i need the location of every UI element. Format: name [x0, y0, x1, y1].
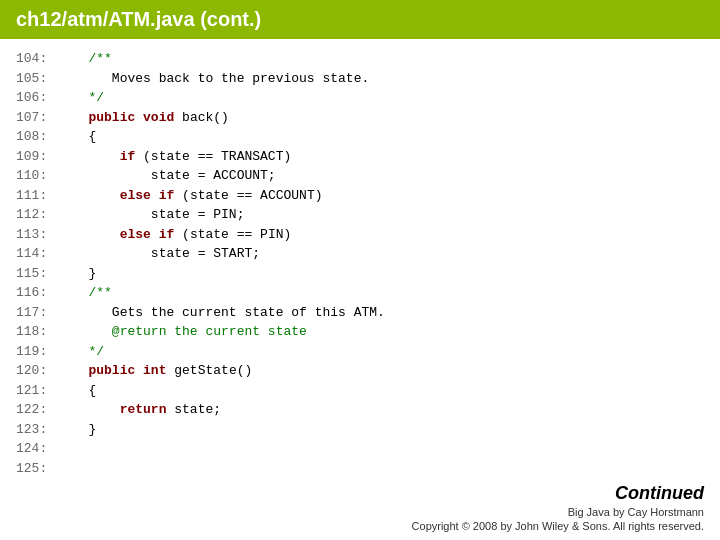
line-number: 105:	[16, 69, 47, 89]
line-number: 110:	[16, 166, 47, 186]
line-number: 114:	[16, 244, 47, 264]
copyright-line1: Big Java by Cay Horstmann	[412, 506, 704, 518]
line-number: 119:	[16, 342, 47, 362]
line-number: 120:	[16, 361, 47, 381]
code-line: @return the current state	[57, 322, 704, 342]
code-line: else if (state == PIN)	[57, 225, 704, 245]
code-line: state = START;	[57, 244, 704, 264]
line-number: 125:	[16, 459, 47, 479]
code-line: public int getState()	[57, 361, 704, 381]
code-line: /**	[57, 283, 704, 303]
line-number: 115:	[16, 264, 47, 284]
line-number: 109:	[16, 147, 47, 167]
code-line: Moves back to the previous state.	[57, 69, 704, 89]
line-number: 112:	[16, 205, 47, 225]
code-line: */	[57, 342, 704, 362]
line-number: 106:	[16, 88, 47, 108]
code-section: 104:105:106:107:108:109:110:111:112:113:…	[0, 39, 720, 478]
code-line: return state;	[57, 400, 704, 420]
line-number: 108:	[16, 127, 47, 147]
copyright-line2: Copyright © 2008 by John Wiley & Sons. A…	[412, 520, 704, 532]
line-number: 117:	[16, 303, 47, 323]
line-number: 116:	[16, 283, 47, 303]
code-line: state = ACCOUNT;	[57, 166, 704, 186]
code-line: state = PIN;	[57, 205, 704, 225]
code-line: */	[57, 88, 704, 108]
footer: Continued Big Java by Cay Horstmann Copy…	[412, 483, 704, 532]
line-number: 104:	[16, 49, 47, 69]
line-number: 107:	[16, 108, 47, 128]
code-line: {	[57, 127, 704, 147]
line-number: 118:	[16, 322, 47, 342]
line-numbers: 104:105:106:107:108:109:110:111:112:113:…	[0, 49, 57, 478]
header-title: ch12/atm/ATM.java (cont.)	[16, 8, 261, 31]
line-number: 113:	[16, 225, 47, 245]
line-number: 122:	[16, 400, 47, 420]
code-line: else if (state == ACCOUNT)	[57, 186, 704, 206]
code-line: /**	[57, 49, 704, 69]
code-line: }	[57, 264, 704, 284]
code-area: /** Moves back to the previous state. */…	[57, 49, 720, 478]
code-line: }	[57, 420, 704, 440]
code-line: public void back()	[57, 108, 704, 128]
line-number: 124:	[16, 439, 47, 459]
line-number: 121:	[16, 381, 47, 401]
code-line: Gets the current state of this ATM.	[57, 303, 704, 323]
line-number: 123:	[16, 420, 47, 440]
header: ch12/atm/ATM.java (cont.)	[0, 0, 720, 39]
code-line: {	[57, 381, 704, 401]
line-number: 111:	[16, 186, 47, 206]
code-line: if (state == TRANSACT)	[57, 147, 704, 167]
continued-label: Continued	[412, 483, 704, 504]
